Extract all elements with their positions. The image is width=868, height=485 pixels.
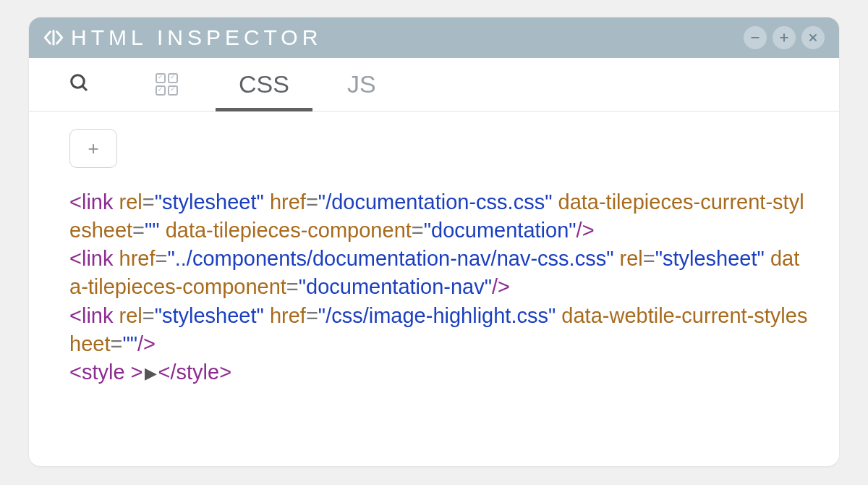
tab-js[interactable]: JS xyxy=(318,58,405,111)
titlebar: HTML INSPECTOR xyxy=(29,17,839,58)
code-view[interactable]: <link rel="stylesheet" href="/documentat… xyxy=(69,188,810,387)
toolbar: CSS JS xyxy=(29,58,839,111)
plus-icon: + xyxy=(88,138,98,160)
maximize-button[interactable] xyxy=(773,26,796,49)
close-button[interactable] xyxy=(801,26,825,49)
minimize-button[interactable] xyxy=(744,26,767,49)
tab-js-label: JS xyxy=(347,70,376,98)
expand-icon[interactable]: ▶ xyxy=(145,363,157,384)
grid-icon xyxy=(156,73,178,96)
inspector-panel: HTML INSPECTOR CSS xyxy=(29,17,839,466)
tab-css-label: CSS xyxy=(239,70,289,98)
panel-title: HTML INSPECTOR xyxy=(71,25,322,50)
svg-line-7 xyxy=(82,85,87,90)
content-area: + <link rel="stylesheet" href="/document… xyxy=(29,111,839,466)
tab-css[interactable]: CSS xyxy=(210,58,318,111)
search-icon xyxy=(69,72,90,97)
add-button[interactable]: + xyxy=(69,129,117,168)
search-button[interactable] xyxy=(36,58,123,111)
view-options-button[interactable] xyxy=(123,58,210,111)
code-icon xyxy=(43,28,64,48)
svg-point-6 xyxy=(72,75,85,88)
